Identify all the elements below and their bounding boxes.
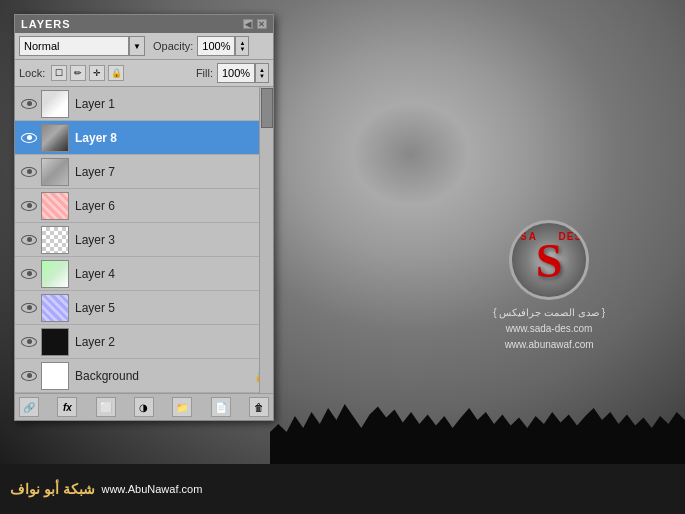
- layer-item-layer6[interactable]: Layer 6: [15, 189, 273, 223]
- panel-title: LAYERS: [21, 18, 71, 30]
- new-group-button[interactable]: 📁: [172, 397, 192, 417]
- delete-layer-button[interactable]: 🗑: [249, 397, 269, 417]
- logo-area: SA S DES { صدى الصمت جرافيكس } www.sada-…: [493, 220, 605, 353]
- fill-spinner[interactable]: ▲ ▼: [255, 63, 269, 83]
- logo-subtitle-ar-text: { صدى الصمت جرافيكس }: [493, 305, 605, 321]
- lock-all-button[interactable]: 🔒: [108, 65, 124, 81]
- layer-name-layer8: Layer 8: [75, 131, 117, 145]
- layer-name-layer7: Layer 7: [75, 165, 115, 179]
- panel-bottom-toolbar: 🔗 fx ⬜ ◑ 📁 📄 🗑: [15, 393, 273, 420]
- scrollbar-thumb[interactable]: [261, 88, 273, 128]
- link-layers-button[interactable]: 🔗: [19, 397, 39, 417]
- layer-item-background[interactable]: Background🔒: [15, 359, 273, 393]
- lock-icons-group: ☐ ✏ ✛ 🔒: [51, 65, 124, 81]
- eye-icon-layer5: [21, 303, 37, 313]
- layer-item-layer1[interactable]: Layer 1: [15, 87, 273, 121]
- layer-visibility-layer6[interactable]: [19, 196, 39, 216]
- adjustment-button[interactable]: ◑: [134, 397, 154, 417]
- layer-visibility-layer4[interactable]: [19, 264, 39, 284]
- layer-thumb-layer2: [41, 328, 69, 356]
- layer-name-layer2: Layer 2: [75, 335, 115, 349]
- layers-scroll-area: Layer 1Layer 8Layer 7Layer 6Layer 3Layer…: [15, 87, 273, 393]
- layer-visibility-layer5[interactable]: [19, 298, 39, 318]
- layer-item-layer8[interactable]: Layer 8: [15, 121, 273, 155]
- lock-image-button[interactable]: ✏: [70, 65, 86, 81]
- lock-transparent-button[interactable]: ☐: [51, 65, 67, 81]
- layer-thumb-layer1: [41, 90, 69, 118]
- layer-item-layer5[interactable]: Layer 5: [15, 291, 273, 325]
- eye-icon-layer6: [21, 201, 37, 211]
- blend-mode-select[interactable]: Normal: [19, 36, 129, 56]
- logo-url1: www.sada-des.com: [493, 321, 605, 337]
- layer-visibility-layer1[interactable]: [19, 94, 39, 114]
- layer-thumb-layer7: [41, 158, 69, 186]
- layer-name-layer5: Layer 5: [75, 301, 115, 315]
- layer-thumb-layer5: [41, 294, 69, 322]
- bottom-bar-url: www.AbuNawaf.com: [101, 483, 202, 495]
- layer-visibility-layer3[interactable]: [19, 230, 39, 250]
- layer-visibility-layer2[interactable]: [19, 332, 39, 352]
- layer-item-layer7[interactable]: Layer 7: [15, 155, 273, 189]
- layer-thumb-layer4: [41, 260, 69, 288]
- eye-icon-layer7: [21, 167, 37, 177]
- layer-thumb-layer3: [41, 226, 69, 254]
- layers-panel: LAYERS ◀ ✕ Normal ▼ Opacity: ▲ ▼ Lock: ☐…: [14, 14, 274, 421]
- opacity-spinner[interactable]: ▲ ▼: [235, 36, 249, 56]
- eye-icon-layer1: [21, 99, 37, 109]
- layer-visibility-layer8[interactable]: [19, 128, 39, 148]
- logo-circle: SA S DES: [509, 220, 589, 300]
- layer-thumb-layer6: [41, 192, 69, 220]
- add-mask-button[interactable]: ⬜: [96, 397, 116, 417]
- layer-item-layer4[interactable]: Layer 4: [15, 257, 273, 291]
- fill-label: Fill:: [196, 67, 213, 79]
- scrollbar-track[interactable]: [259, 87, 273, 393]
- layer-thumb-layer8: [41, 124, 69, 152]
- layer-name-background: Background: [75, 369, 139, 383]
- lock-label: Lock:: [19, 67, 45, 79]
- blend-opacity-toolbar: Normal ▼ Opacity: ▲ ▼: [15, 33, 273, 60]
- panel-titlebar: LAYERS ◀ ✕: [15, 15, 273, 33]
- layer-visibility-layer7[interactable]: [19, 162, 39, 182]
- eye-icon-layer4: [21, 269, 37, 279]
- fill-input[interactable]: [217, 63, 255, 83]
- layer-item-layer2[interactable]: Layer 2: [15, 325, 273, 359]
- blend-mode-arrow[interactable]: ▼: [129, 36, 145, 56]
- lock-fill-toolbar: Lock: ☐ ✏ ✛ 🔒 Fill: ▲ ▼: [15, 60, 273, 87]
- panel-close-button[interactable]: ✕: [257, 19, 267, 29]
- opacity-label: Opacity:: [153, 40, 193, 52]
- layer-name-layer1: Layer 1: [75, 97, 115, 111]
- logo-subtitle-ar: { صدى الصمت جرافيكس } www.sada-des.com w…: [493, 305, 605, 353]
- layer-thumb-background: [41, 362, 69, 390]
- eye-icon-layer8: [21, 133, 37, 143]
- opacity-input[interactable]: [197, 36, 235, 56]
- eye-icon-background: [21, 371, 37, 381]
- layer-name-layer6: Layer 6: [75, 199, 115, 213]
- layers-list: Layer 1Layer 8Layer 7Layer 6Layer 3Layer…: [15, 87, 273, 393]
- logo-s-letter: S: [536, 233, 563, 288]
- layer-visibility-background[interactable]: [19, 366, 39, 386]
- bottom-bar-arabic-text: شبكة أبو نواف: [10, 481, 95, 497]
- fx-button[interactable]: fx: [57, 397, 77, 417]
- layer-name-layer4: Layer 4: [75, 267, 115, 281]
- bottom-bar: شبكة أبو نواف www.AbuNawaf.com: [0, 464, 685, 514]
- layer-item-layer3[interactable]: Layer 3: [15, 223, 273, 257]
- new-layer-button[interactable]: 📄: [211, 397, 231, 417]
- lock-position-button[interactable]: ✛: [89, 65, 105, 81]
- eye-icon-layer2: [21, 337, 37, 347]
- logo-url2: www.abunawaf.com: [493, 337, 605, 353]
- eye-icon-layer3: [21, 235, 37, 245]
- layer-name-layer3: Layer 3: [75, 233, 115, 247]
- titlebar-controls: ◀ ✕: [243, 19, 267, 29]
- panel-collapse-button[interactable]: ◀: [243, 19, 253, 29]
